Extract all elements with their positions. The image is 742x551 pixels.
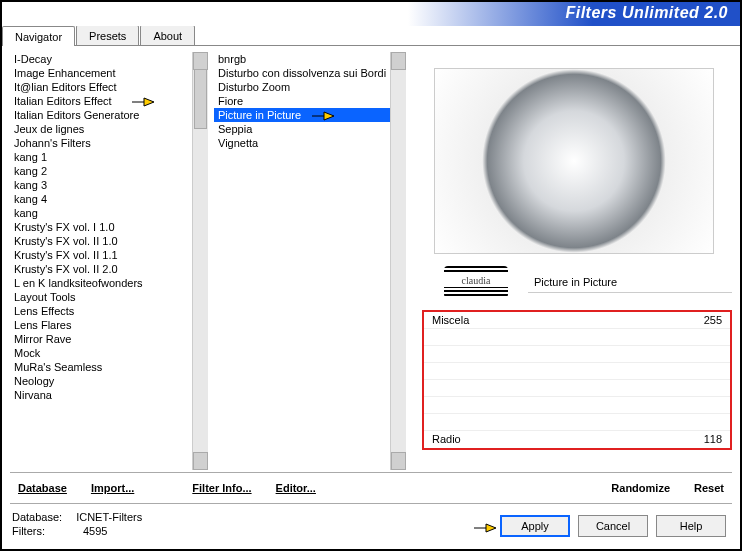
- category-item[interactable]: kang 1: [10, 150, 192, 164]
- category-item[interactable]: MuRa's Seamless: [10, 360, 192, 374]
- titlebar: Filters Unlimited 2.0: [2, 2, 740, 26]
- category-item[interactable]: Layout Tools: [10, 290, 192, 304]
- category-item[interactable]: Jeux de lignes: [10, 122, 192, 136]
- category-item[interactable]: Neology: [10, 374, 192, 388]
- pointer-hand-icon: [472, 519, 498, 537]
- tab-about[interactable]: About: [140, 25, 195, 45]
- filters-list[interactable]: bnrgbDisturbo con dissolvenza sui BordiD…: [214, 52, 390, 470]
- tab-presets[interactable]: Presets: [76, 25, 139, 45]
- import-button[interactable]: Import...: [85, 479, 140, 497]
- categories-list[interactable]: I-DecayImage EnhancementIt@lian Editors …: [10, 52, 192, 470]
- main-panel: I-DecayImage EnhancementIt@lian Editors …: [2, 46, 740, 470]
- bottom-buttons: Apply Cancel Help: [500, 515, 726, 537]
- database-button[interactable]: Database: [12, 479, 73, 497]
- filter-name-label: Picture in Picture: [528, 272, 732, 293]
- param-row[interactable]: [424, 414, 730, 431]
- preview-image: [434, 68, 714, 254]
- category-item[interactable]: It@lian Editors Effect: [10, 80, 192, 94]
- param-value: 255: [704, 314, 722, 326]
- randomize-button[interactable]: Randomize: [605, 479, 676, 497]
- categories-scrollbar[interactable]: [192, 52, 208, 470]
- toolbar: Database Import... Filter Info... Editor…: [2, 475, 740, 501]
- scrollbar-thumb[interactable]: [194, 69, 207, 129]
- category-item[interactable]: Mock: [10, 346, 192, 360]
- category-item[interactable]: kang 3: [10, 178, 192, 192]
- category-item[interactable]: Lens Flares: [10, 318, 192, 332]
- logo-row: Picture in Picture: [416, 266, 732, 298]
- filter-item[interactable]: Fiore: [214, 94, 390, 108]
- param-row[interactable]: [424, 380, 730, 397]
- param-row[interactable]: [424, 397, 730, 414]
- category-item[interactable]: Krusty's FX vol. II 2.0: [10, 262, 192, 276]
- param-row[interactable]: [424, 346, 730, 363]
- category-item[interactable]: Italian Editors Generatore: [10, 108, 192, 122]
- param-value: 118: [704, 433, 722, 446]
- category-item[interactable]: Lens Effects: [10, 304, 192, 318]
- category-item[interactable]: Nirvana: [10, 388, 192, 402]
- param-label: Radio: [432, 433, 461, 446]
- category-item[interactable]: I-Decay: [10, 52, 192, 66]
- filters-count-value: 4595: [83, 524, 107, 538]
- categories-column: I-DecayImage EnhancementIt@lian Editors …: [10, 52, 208, 470]
- category-item[interactable]: Mirror Rave: [10, 332, 192, 346]
- editor-button[interactable]: Editor...: [270, 479, 322, 497]
- filter-item[interactable]: Disturbo Zoom: [214, 80, 390, 94]
- cancel-button[interactable]: Cancel: [578, 515, 648, 537]
- apply-button[interactable]: Apply: [500, 515, 570, 537]
- brand-logo: [444, 266, 508, 298]
- category-item[interactable]: kang 4: [10, 192, 192, 206]
- tab-navigator[interactable]: Navigator: [2, 26, 75, 46]
- filters-column: bnrgbDisturbo con dissolvenza sui BordiD…: [214, 52, 406, 470]
- filter-item[interactable]: Vignetta: [214, 136, 390, 150]
- filter-item[interactable]: Disturbo con dissolvenza sui Bordi: [214, 66, 390, 80]
- param-row[interactable]: Miscela255: [424, 312, 730, 329]
- category-item[interactable]: kang: [10, 206, 192, 220]
- category-item[interactable]: L en K landksiteofwonders: [10, 276, 192, 290]
- reset-button[interactable]: Reset: [688, 479, 730, 497]
- param-row[interactable]: [424, 363, 730, 380]
- filters-count-label: Filters:: [12, 524, 45, 538]
- category-item[interactable]: Krusty's FX vol. II 1.1: [10, 248, 192, 262]
- separator: [10, 503, 732, 504]
- param-label: Miscela: [432, 314, 469, 326]
- param-row[interactable]: Radio118: [424, 431, 730, 448]
- separator: [10, 472, 732, 473]
- category-item[interactable]: Italian Editors Effect: [10, 94, 192, 108]
- db-label: Database:: [12, 510, 62, 524]
- help-button[interactable]: Help: [656, 515, 726, 537]
- category-item[interactable]: Krusty's FX vol. II 1.0: [10, 234, 192, 248]
- apply-label: Apply: [521, 520, 549, 532]
- category-item[interactable]: Krusty's FX vol. I 1.0: [10, 220, 192, 234]
- filter-item[interactable]: Picture in Picture: [214, 108, 390, 122]
- filter-item[interactable]: Seppia: [214, 122, 390, 136]
- category-item[interactable]: Image Enhancement: [10, 66, 192, 80]
- filters-scrollbar[interactable]: [390, 52, 406, 470]
- tabs: Navigator Presets About: [2, 25, 740, 46]
- app-title: Filters Unlimited 2.0: [565, 4, 728, 22]
- filter-item[interactable]: bnrgb: [214, 52, 390, 66]
- param-row[interactable]: [424, 329, 730, 346]
- right-column: Picture in Picture Miscela255Radio118: [416, 52, 732, 470]
- params-box: Miscela255Radio118: [422, 310, 732, 450]
- category-item[interactable]: kang 2: [10, 164, 192, 178]
- filter-info-button[interactable]: Filter Info...: [186, 479, 257, 497]
- db-value: ICNET-Filters: [76, 510, 142, 524]
- category-item[interactable]: Johann's Filters: [10, 136, 192, 150]
